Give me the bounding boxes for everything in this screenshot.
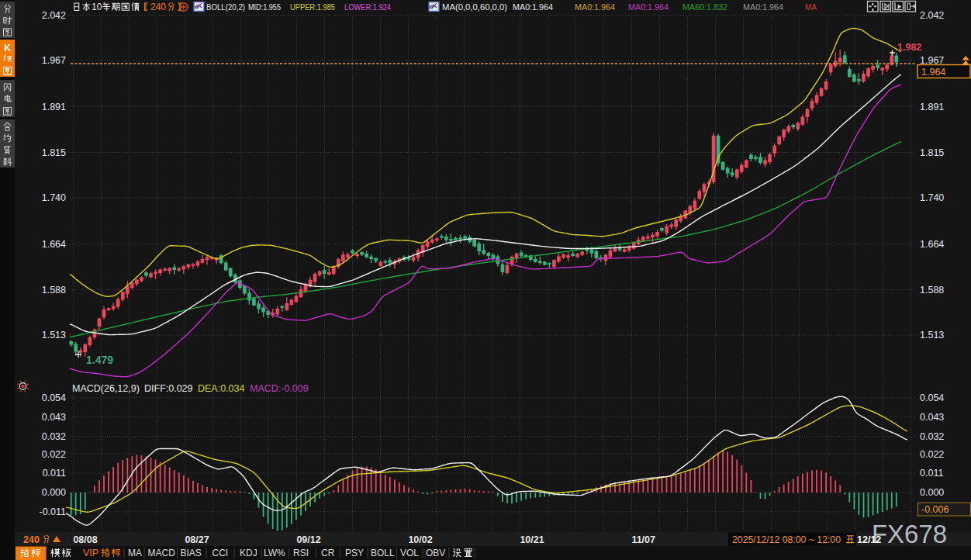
svg-text:0.043: 0.043 [42, 412, 66, 423]
svg-text:UPPER:1.985: UPPER:1.985 [290, 2, 335, 12]
svg-text:09/12: 09/12 [296, 534, 320, 545]
svg-text:MA60:1.832: MA60:1.832 [682, 2, 727, 12]
svg-text:1.740: 1.740 [920, 192, 944, 203]
svg-text:CCI: CCI [213, 548, 229, 558]
svg-text:12/12: 12/12 [857, 534, 881, 545]
svg-text:0.000: 0.000 [42, 487, 66, 498]
svg-text:OBV: OBV [426, 548, 445, 558]
svg-text:MACD:-0.009: MACD:-0.009 [250, 383, 309, 394]
svg-text:0.000: 0.000 [920, 487, 944, 498]
svg-text:1.967: 1.967 [42, 55, 66, 66]
svg-text:0.032: 0.032 [42, 431, 66, 442]
svg-text:LW%: LW% [264, 548, 285, 558]
svg-text:0.043: 0.043 [920, 412, 944, 423]
svg-text:1.664: 1.664 [920, 239, 944, 250]
svg-text:BOLL: BOLL [371, 548, 395, 558]
svg-text:1.664: 1.664 [42, 239, 66, 250]
svg-text:K: K [4, 43, 11, 54]
svg-text:08/08: 08/08 [73, 534, 97, 545]
svg-text:08/27: 08/27 [185, 534, 209, 545]
svg-text:CR: CR [321, 548, 335, 558]
svg-text:MACD(26,12,9): MACD(26,12,9) [72, 383, 140, 394]
svg-text:10/21: 10/21 [520, 534, 544, 545]
svg-text:1.982: 1.982 [897, 42, 921, 53]
svg-text:240: 240 [150, 2, 166, 12]
svg-text:1.964: 1.964 [921, 67, 945, 78]
svg-text:0.032: 0.032 [920, 431, 944, 442]
svg-text:11/07: 11/07 [631, 534, 655, 545]
svg-text:DEA:0.034: DEA:0.034 [198, 383, 245, 394]
svg-text:1.740: 1.740 [42, 192, 66, 203]
svg-text:0.011: 0.011 [43, 468, 66, 479]
svg-text:1.513: 1.513 [42, 330, 66, 340]
svg-text:MA: MA [128, 548, 142, 558]
svg-text:2.042: 2.042 [920, 10, 944, 21]
svg-text:FX678: FX678 [872, 520, 947, 548]
svg-text:0.054: 0.054 [920, 392, 944, 403]
svg-text:1.479: 1.479 [86, 354, 113, 366]
svg-text:MA: MA [805, 2, 817, 12]
svg-text:1.891: 1.891 [920, 102, 944, 112]
svg-text:1.588: 1.588 [42, 285, 66, 296]
svg-text:BIAS: BIAS [181, 548, 202, 558]
svg-text:LOWER:1.924: LOWER:1.924 [344, 2, 391, 12]
svg-text:0.022: 0.022 [920, 449, 944, 460]
svg-text:MACD: MACD [148, 548, 176, 558]
svg-text:0.011: 0.011 [920, 468, 943, 479]
svg-text:DIFF:0.029: DIFF:0.029 [144, 383, 193, 394]
svg-text:-0.011: -0.011 [39, 506, 66, 517]
svg-text:0.054: 0.054 [42, 392, 66, 403]
svg-text:0.022: 0.022 [42, 449, 66, 460]
svg-text:1.815: 1.815 [920, 147, 944, 158]
svg-text:1.588: 1.588 [920, 285, 944, 296]
svg-text:KDJ: KDJ [240, 548, 257, 558]
svg-text:1.513: 1.513 [920, 330, 944, 340]
svg-text:1.815: 1.815 [42, 147, 66, 158]
svg-text:RSI: RSI [293, 548, 309, 558]
svg-text:10: 10 [92, 2, 102, 12]
svg-text:2.042: 2.042 [42, 10, 66, 21]
svg-text:MA0:1.964: MA0:1.964 [743, 2, 784, 12]
svg-text:-0.006: -0.006 [921, 504, 949, 515]
svg-text:1.891: 1.891 [42, 102, 66, 112]
svg-text:BOLL(20,2): BOLL(20,2) [206, 2, 245, 12]
svg-text:240: 240 [23, 534, 40, 545]
svg-text:VOL: VOL [400, 548, 419, 558]
svg-text:MA0:1.964: MA0:1.964 [575, 2, 616, 12]
svg-text:VIP: VIP [83, 548, 98, 558]
svg-text:MA0:1.964: MA0:1.964 [628, 2, 669, 12]
svg-text:PSY: PSY [345, 548, 364, 558]
svg-text:10/02: 10/02 [408, 534, 432, 545]
svg-text:MA0:1.964: MA0:1.964 [513, 2, 554, 12]
svg-text:2025/12/12 08:00 ~ 12:00: 2025/12/12 08:00 ~ 12:00 [732, 534, 841, 545]
svg-text:MA(0,0,0,60,0,0): MA(0,0,0,60,0,0) [442, 2, 507, 12]
svg-text:MID:1.955: MID:1.955 [248, 2, 281, 12]
